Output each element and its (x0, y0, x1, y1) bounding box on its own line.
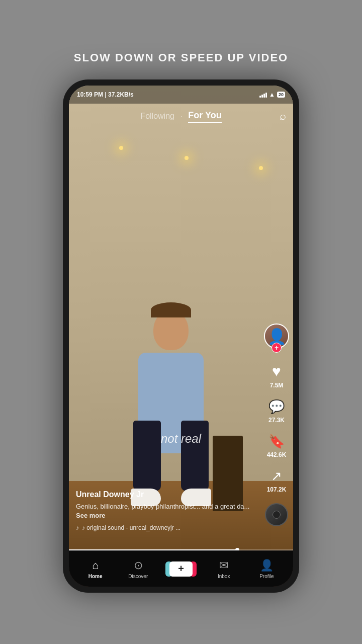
nav-add[interactable]: + (168, 561, 194, 577)
sound-name: ♪ original sound - unreal_downeyjr ... (82, 524, 180, 531)
comment-action[interactable]: 💬 27.3K (268, 399, 285, 424)
creator-avatar-container[interactable]: 👤 + (264, 324, 289, 349)
signal-icon (259, 92, 267, 98)
share-count: 107.2K (267, 486, 287, 493)
add-plus-icon: + (178, 563, 184, 575)
see-more-button[interactable]: See more (76, 512, 106, 519)
search-icon[interactable]: ⌕ (280, 110, 286, 123)
video-sound[interactable]: ♪ ♪ original sound - unreal_downeyjr ... (76, 524, 253, 531)
status-bar: 10:59 PM | 37.2KB/s ▲ 20 (69, 86, 293, 104)
inbox-label: Inbox (218, 574, 230, 579)
profile-icon: 👤 (260, 559, 274, 572)
ceiling-light-3 (259, 166, 263, 170)
nav-inbox[interactable]: ✉ Inbox (211, 559, 236, 579)
wifi-icon: ▲ (269, 91, 275, 98)
comment-count: 27.3K (268, 417, 285, 424)
ceiling-light-2 (185, 156, 189, 160)
page-heading: SLOW DOWN OR SPEED UP VIDEO (74, 51, 288, 64)
nav-discover[interactable]: ⊙ Discover (126, 559, 151, 579)
home-icon: ⌂ (92, 559, 99, 572)
add-button[interactable]: + (169, 561, 193, 577)
person-head (153, 310, 189, 350)
profile-label: Profile (259, 574, 274, 579)
heart-icon: ♥ (272, 363, 281, 380)
caption-text: Genius, billionaire, playboy philanthrop… (76, 503, 249, 510)
bottom-nav: ⌂ Home ⊙ Discover + ✉ Inbox (69, 550, 293, 587)
inbox-icon: ✉ (219, 559, 228, 572)
battery-icon: 20 (277, 92, 285, 98)
discover-icon: ⊙ (134, 559, 143, 572)
nav-separator: · (180, 113, 182, 120)
music-disc[interactable] (265, 503, 288, 526)
share-action[interactable]: ↗ 107.2K (267, 468, 287, 493)
status-time: 10:59 PM (77, 91, 103, 98)
like-action[interactable]: ♥ 7.5M (270, 363, 284, 389)
like-count: 7.5M (270, 382, 284, 389)
ceiling-light-1 (119, 146, 123, 150)
share-icon: ↗ (271, 468, 282, 484)
comment-icon: 💬 (268, 399, 285, 415)
top-nav: Following · For You ⌕ (69, 104, 293, 129)
discover-label: Discover (128, 574, 148, 579)
home-label: Home (88, 574, 103, 579)
status-speed-val: 37.2KB/s (108, 91, 134, 98)
nav-foryou[interactable]: For You (188, 110, 221, 123)
bookmark-action[interactable]: 🔖 442.6K (267, 434, 287, 458)
phone-frame: not real 10:59 PM | 37.2KB/s ▲ 20 (63, 79, 299, 593)
video-username[interactable]: Unreal Downey Jr (76, 490, 253, 499)
person-pants-left (133, 421, 161, 491)
nav-home[interactable]: ⌂ Home (83, 559, 108, 579)
nav-following[interactable]: Following (140, 112, 174, 121)
video-caption: Genius, billionaire, playboy philanthrop… (76, 502, 253, 520)
bookmark-count: 442.6K (267, 451, 287, 458)
right-sidebar: 👤 + ♥ 7.5M 💬 27.3K 🔖 442.6K (264, 324, 289, 526)
status-icons: ▲ 20 (259, 91, 285, 98)
bookmark-icon: 🔖 (268, 434, 285, 449)
person-pants-right (181, 421, 209, 491)
nav-profile[interactable]: 👤 Profile (254, 559, 279, 579)
follow-plus-button[interactable]: + (272, 343, 282, 353)
video-subtitle: not real (161, 432, 201, 446)
status-time-speed: 10:59 PM | 37.2KB/s (77, 91, 134, 98)
phone-screen: not real 10:59 PM | 37.2KB/s ▲ 20 (69, 86, 293, 587)
music-disc-inner (273, 511, 281, 519)
video-info: Unreal Downey Jr Genius, billionaire, pl… (76, 490, 253, 531)
music-note-icon: ♪ (76, 524, 79, 531)
